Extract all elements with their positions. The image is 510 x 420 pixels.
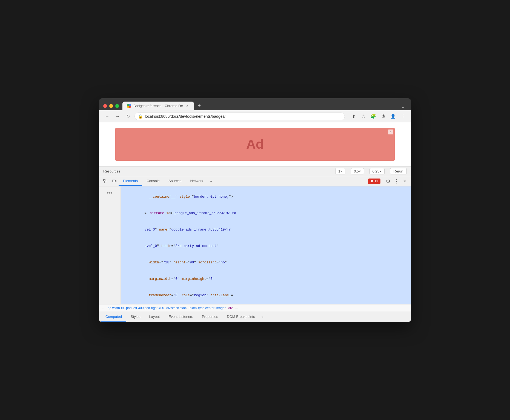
active-tab[interactable]: Badges reference - Chrome De × <box>122 102 194 110</box>
error-count: 13 <box>375 179 378 183</box>
zoom-1x-button[interactable]: 1× <box>335 168 345 174</box>
tab-dom-breakpoints[interactable]: DOM Breakpoints <box>222 312 259 322</box>
url-text: localhost:8080/docs/devtools/elements/ba… <box>145 114 341 119</box>
devtools-close-button[interactable]: × <box>400 176 409 186</box>
tab-computed[interactable]: Computed <box>101 312 126 322</box>
tab-sources[interactable]: Sources <box>164 177 186 186</box>
reload-button[interactable]: ↻ <box>124 113 132 120</box>
svg-rect-2 <box>115 180 116 182</box>
tab-layout[interactable]: Layout <box>145 312 164 322</box>
lock-icon: 🔒 <box>138 114 143 119</box>
minimize-button[interactable] <box>109 104 113 108</box>
code-line-6: marginwidth="0" marginheight="0" <box>124 271 408 287</box>
breadcrumb-dots-left[interactable]: … <box>102 306 105 310</box>
tab-close-button[interactable]: × <box>185 104 190 108</box>
devtools-toolbar: Resources 1× 0.5× 0.25× Rerun <box>99 166 411 176</box>
code-line-7: frameborder="0" role="region" aria-label… <box>124 287 408 304</box>
dt-sidebar: ••• <box>99 186 121 304</box>
tab-console[interactable]: Console <box>142 177 164 186</box>
zoom-05x-button[interactable]: 0.5× <box>351 168 364 174</box>
ad-container: × Ad <box>115 128 395 161</box>
devtools-more-button[interactable]: ⋮ <box>392 176 400 186</box>
traffic-lights <box>103 104 119 108</box>
rerun-button[interactable]: Rerun <box>390 168 407 174</box>
bottom-tabs-more[interactable]: » <box>259 312 266 322</box>
tab-network[interactable]: Network <box>186 177 208 186</box>
title-bar: Badges reference - Chrome De × + ⌄ <box>99 98 411 110</box>
tabs-row: Badges reference - Chrome De × + ⌄ <box>122 102 407 110</box>
forward-button[interactable]: → <box>114 113 121 120</box>
tab-event-listeners[interactable]: Event Listeners <box>164 312 197 322</box>
device-toolbar-icon[interactable] <box>110 176 119 186</box>
code-line-4: avel_0" title="3rd party ad content" <box>124 238 408 254</box>
code-line-2: ▶ <iframe id="google_ads_iframe_/6355419… <box>124 205 408 221</box>
bookmark-icon[interactable]: ☆ <box>360 113 367 120</box>
ad-close-button[interactable]: × <box>388 130 393 134</box>
share-icon[interactable]: ⬆ <box>350 113 357 120</box>
tab-properties[interactable]: Properties <box>197 312 222 322</box>
zoom-025x-button[interactable]: 0.25× <box>369 168 385 174</box>
chrome-favicon <box>127 104 131 108</box>
page-content: × Ad <box>99 122 411 166</box>
breadcrumb: … ng.width-full.pad-left-400.pad-right-4… <box>99 304 411 312</box>
tab-styles[interactable]: Styles <box>126 312 145 322</box>
tab-title: Badges reference - Chrome De <box>133 104 183 108</box>
back-button[interactable]: ← <box>103 113 111 120</box>
breadcrumb-item-2[interactable]: div.stack.stack--block.type.center-image… <box>166 306 226 310</box>
resources-label: Resources <box>103 169 120 173</box>
browser-window: Badges reference - Chrome De × + ⌄ ← → ↻… <box>99 98 411 322</box>
devtools-icon[interactable]: ⚗ <box>379 113 387 120</box>
menu-icon[interactable]: ⋮ <box>399 113 407 120</box>
breadcrumb-dots-right[interactable]: … <box>235 306 238 310</box>
svg-rect-0 <box>104 179 105 181</box>
code-line-1: __container__" style="border: 0pt none;"… <box>124 189 408 205</box>
ad-text: Ad <box>246 137 264 152</box>
new-tab-button[interactable]: + <box>195 102 204 110</box>
error-icon: ✕ <box>370 179 374 183</box>
sidebar-dots: ••• <box>107 190 113 196</box>
devtools-content: ••• __container__" style="border: 0pt no… <box>99 186 411 304</box>
profile-icon[interactable]: 👤 <box>389 113 397 120</box>
dt-main-content: __container__" style="border: 0pt none;"… <box>121 186 411 304</box>
bottom-tabs: Computed Styles Layout Event Listeners P… <box>99 312 411 322</box>
settings-button[interactable]: ⚙ <box>384 176 392 186</box>
address-bar: ← → ↻ 🔒 localhost:8080/docs/devtools/ele… <box>99 110 411 122</box>
code-line-8: "Advertisement" tabindex="0" allow="attr… <box>124 304 408 304</box>
devtools-panel: Elements Console Sources Network » ✕ 13 … <box>99 176 411 322</box>
close-button[interactable] <box>103 104 107 108</box>
breadcrumb-item-1[interactable]: ng.width-full.pad-left-400.pad-right-400 <box>108 306 164 310</box>
code-line-3: vel_0" name="google_ads_iframe_/6355419/… <box>124 221 408 238</box>
tab-elements[interactable]: Elements <box>119 177 142 186</box>
svg-rect-1 <box>112 180 115 182</box>
url-bar[interactable]: 🔒 localhost:8080/docs/devtools/elements/… <box>134 113 345 120</box>
toolbar-icons: ⬆ ☆ 🧩 ⚗ 👤 ⋮ <box>350 113 407 120</box>
more-tabs-button[interactable]: » <box>208 177 214 185</box>
inspect-element-icon[interactable] <box>101 176 110 186</box>
error-badge[interactable]: ✕ 13 <box>368 179 380 184</box>
maximize-button[interactable] <box>115 104 119 108</box>
devtools-tabs: Elements Console Sources Network » ✕ 13 … <box>99 176 411 186</box>
tab-menu-button[interactable]: ⌄ <box>399 103 407 110</box>
extensions-icon[interactable]: 🧩 <box>369 113 377 120</box>
code-line-5: width="728" height="90" scrolling="no" <box>124 254 408 271</box>
breadcrumb-item-3[interactable]: div <box>228 306 233 310</box>
